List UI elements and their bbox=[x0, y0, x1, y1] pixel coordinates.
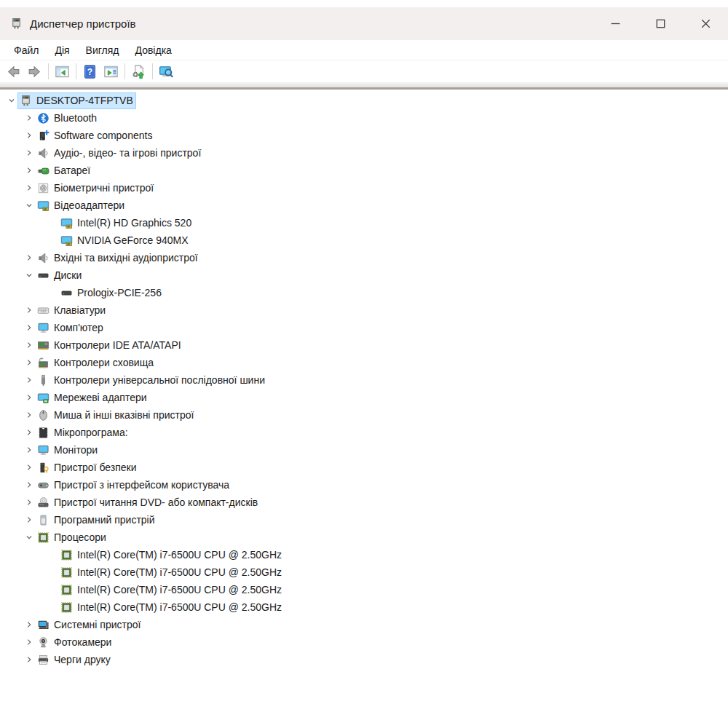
tree-node[interactable]: Intel(R) Core(TM) i7-6500U CPU @ 2.50GHz bbox=[58, 582, 285, 598]
tree-node[interactable]: Мережеві адаптери bbox=[35, 389, 150, 406]
tree-node[interactable]: Пристрої безпеки bbox=[35, 459, 140, 476]
tree-item[interactable]: Мікропрограма: bbox=[0, 424, 728, 441]
tree-item[interactable]: Програмний пристрій bbox=[0, 511, 728, 529]
back-button[interactable] bbox=[3, 62, 24, 81]
tree-item[interactable]: Вхідні та вихідні аудіопристрої bbox=[0, 249, 728, 266]
expander-collapsed-icon[interactable] bbox=[23, 462, 35, 473]
tree-item[interactable]: Prologix-PCIE-256 bbox=[0, 284, 728, 301]
tree-item[interactable]: Процесори bbox=[0, 529, 728, 546]
tree-item[interactable]: Software components bbox=[0, 127, 728, 144]
tree-item-label[interactable]: Клавіатури bbox=[54, 304, 106, 317]
tree-node[interactable]: Процесори bbox=[35, 529, 109, 546]
tree-item-label[interactable]: Процесори bbox=[54, 531, 106, 544]
tree-item[interactable]: NVIDIA GeForce 940MX bbox=[0, 232, 728, 249]
tree-item[interactable]: Черги друку bbox=[0, 651, 728, 668]
tree-item[interactable]: Системні пристрої bbox=[0, 616, 728, 633]
tree-node[interactable]: Комп'ютер bbox=[35, 320, 106, 336]
expander-collapsed-icon[interactable] bbox=[23, 427, 35, 438]
forward-button[interactable] bbox=[24, 62, 45, 81]
tree-item[interactable]: Intel(R) Core(TM) i7-6500U CPU @ 2.50GHz bbox=[0, 563, 728, 581]
tree-item-label[interactable]: NVIDIA GeForce 940MX bbox=[77, 234, 189, 247]
tree-node[interactable]: Черги друку bbox=[35, 652, 114, 668]
remote-computer-button[interactable] bbox=[156, 62, 177, 81]
tree-node[interactable]: Prologix-PCIE-256 bbox=[58, 285, 165, 301]
expander-collapsed-icon[interactable] bbox=[23, 619, 35, 630]
maximize-button[interactable] bbox=[638, 7, 683, 40]
tree-item-label[interactable]: Вхідні та вихідні аудіопристрої bbox=[54, 252, 198, 264]
expander-collapsed-icon[interactable] bbox=[23, 444, 35, 456]
expander-collapsed-icon[interactable] bbox=[23, 514, 35, 526]
tree-node[interactable]: DESKTOP-4TFPTVB bbox=[17, 92, 136, 109]
show-console-tree-button[interactable] bbox=[52, 62, 73, 81]
tree-item[interactable]: Intel(R) Core(TM) i7-6500U CPU @ 2.50GHz bbox=[0, 581, 728, 598]
tree-item[interactable]: Фотокамери bbox=[0, 633, 728, 651]
tree-item[interactable]: Пристрої читання DVD- або компакт-дисків bbox=[0, 494, 728, 511]
tree-node[interactable]: Диски bbox=[35, 267, 84, 284]
expander-expanded-icon[interactable] bbox=[23, 199, 35, 211]
tree-item[interactable]: Пристрої безпеки bbox=[0, 459, 728, 476]
expander-expanded-icon[interactable] bbox=[23, 531, 35, 543]
tree-item-label[interactable]: Контролери IDE ATA/ATAPI bbox=[54, 339, 181, 352]
tree-item-label[interactable]: Батареї bbox=[54, 165, 90, 177]
tree-item[interactable]: Монітори bbox=[0, 441, 728, 459]
tree-item-label[interactable]: Комп'ютер bbox=[54, 322, 103, 334]
menu-help[interactable]: Довідка bbox=[127, 41, 180, 59]
menu-file[interactable]: Файл bbox=[6, 41, 47, 59]
menu-action[interactable]: Дія bbox=[47, 41, 77, 59]
tree-item[interactable]: Intel(R) HD Graphics 520 bbox=[0, 214, 728, 232]
expander-collapsed-icon[interactable] bbox=[23, 112, 35, 124]
tree-item[interactable]: Батареї bbox=[0, 162, 728, 179]
tree-node[interactable]: Програмний пристрій bbox=[35, 512, 158, 529]
tree-item-label[interactable]: Intel(R) HD Graphics 520 bbox=[77, 217, 191, 229]
tree-item[interactable]: Мережеві адаптери bbox=[0, 389, 728, 406]
tree-item[interactable]: Intel(R) Core(TM) i7-6500U CPU @ 2.50GHz bbox=[0, 598, 728, 616]
tree-item-label[interactable]: Intel(R) Core(TM) i7-6500U CPU @ 2.50GHz bbox=[77, 566, 282, 579]
tree-node[interactable]: Відеоадаптери bbox=[35, 197, 127, 214]
tree-item-label[interactable]: Prologix-PCIE-256 bbox=[77, 287, 162, 299]
tree-node[interactable]: Контролери IDE ATA/ATAPI bbox=[35, 337, 184, 354]
tree-item[interactable]: Відеоадаптери bbox=[0, 197, 728, 214]
expander-collapsed-icon[interactable] bbox=[23, 165, 35, 176]
tree-node[interactable]: Intel(R) Core(TM) i7-6500U CPU @ 2.50GHz bbox=[58, 564, 285, 581]
tree-item-label[interactable]: Мережеві адаптери bbox=[54, 392, 147, 404]
tree-item[interactable]: Комп'ютер bbox=[0, 319, 728, 336]
tree-item-label[interactable]: Контролери універсальної послідовної шин… bbox=[54, 374, 265, 387]
expander-collapsed-icon[interactable] bbox=[23, 654, 35, 665]
tree-node[interactable]: Батареї bbox=[35, 162, 93, 179]
help-button[interactable] bbox=[79, 62, 100, 81]
tree-node[interactable]: Intel(R) HD Graphics 520 bbox=[58, 215, 194, 232]
tree-item[interactable]: Пристрої з інтерфейсом користувача bbox=[0, 476, 728, 494]
tree-item-label[interactable]: Мікропрограма: bbox=[54, 427, 128, 439]
expander-collapsed-icon[interactable] bbox=[23, 322, 35, 333]
tree-item-label[interactable]: Intel(R) Core(TM) i7-6500U CPU @ 2.50GHz bbox=[77, 601, 282, 614]
tree-node[interactable]: Bluetooth bbox=[35, 110, 100, 127]
tree-item[interactable]: Миша й інші вказівні пристрої bbox=[0, 406, 728, 424]
expander-collapsed-icon[interactable] bbox=[23, 304, 35, 316]
tree-node[interactable]: Системні пристрої bbox=[35, 617, 143, 633]
tree-node[interactable]: Intel(R) Core(TM) i7-6500U CPU @ 2.50GHz bbox=[58, 599, 285, 616]
tree-item-label[interactable]: Програмний пристрій bbox=[54, 514, 155, 526]
tree-item[interactable]: DESKTOP-4TFPTVB bbox=[0, 92, 728, 109]
expander-collapsed-icon[interactable] bbox=[23, 374, 35, 386]
expander-expanded-icon[interactable] bbox=[6, 95, 17, 106]
expander-collapsed-icon[interactable] bbox=[23, 182, 35, 194]
expander-collapsed-icon[interactable] bbox=[23, 357, 35, 368]
tree-item-label[interactable]: Біометричні пристрої bbox=[54, 182, 154, 194]
tree-node[interactable]: NVIDIA GeForce 940MX bbox=[58, 232, 191, 249]
expander-collapsed-icon[interactable] bbox=[23, 392, 35, 403]
tree-item-label[interactable]: Software components bbox=[54, 130, 152, 142]
tree-item-label[interactable]: Контролери сховища bbox=[54, 357, 154, 369]
tree-node[interactable]: Біометричні пристрої bbox=[35, 180, 157, 197]
show-action-pane-button[interactable] bbox=[100, 62, 122, 81]
expander-collapsed-icon[interactable] bbox=[23, 130, 35, 141]
tree-item[interactable]: Bluetooth bbox=[0, 109, 728, 127]
tree-item[interactable]: Клавіатури bbox=[0, 301, 728, 319]
expander-collapsed-icon[interactable] bbox=[23, 636, 35, 648]
tree-node[interactable]: Пристрої читання DVD- або компакт-дисків bbox=[35, 494, 261, 511]
tree-node[interactable]: Миша й інші вказівні пристрої bbox=[35, 407, 197, 424]
tree-item[interactable]: Біометричні пристрої bbox=[0, 179, 728, 197]
tree-node[interactable]: Фотокамери bbox=[35, 634, 114, 651]
tree-node[interactable]: Пристрої з інтерфейсом користувача bbox=[35, 477, 232, 494]
tree-node[interactable]: Монітори bbox=[35, 442, 100, 459]
expander-expanded-icon[interactable] bbox=[23, 269, 35, 281]
